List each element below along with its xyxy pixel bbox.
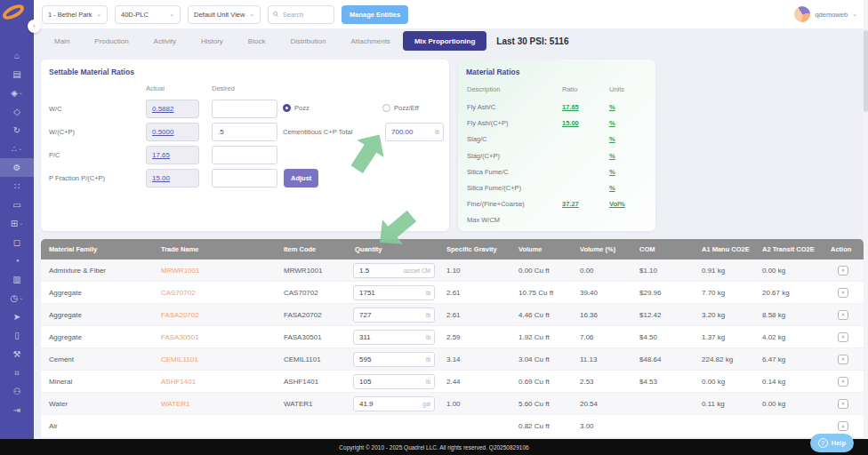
sidebar-item-mix-design[interactable]: ⚙ [0,158,34,177]
trade-name-link[interactable]: CEMIL1101 [161,355,198,363]
sidebar-item-user[interactable]: ⚇ [0,382,34,401]
sidebar-item-box[interactable]: ◻ [0,233,34,251]
help-button[interactable]: ? Help [810,434,854,452]
quantity-input[interactable] [359,289,426,297]
sidebar-item-notifications[interactable]: ◔ [0,251,34,270]
ratio-value-link[interactable]: 15.00 [562,119,579,127]
ratio-value-link[interactable]: 37.27 [562,200,579,208]
adjust-button[interactable]: Adjust [284,169,318,188]
tab-production[interactable]: Production [82,37,141,45]
pozz-radio[interactable]: Pozz [283,104,309,112]
sidebar-item-folder[interactable]: ▭ [0,196,34,214]
a1-manu-co2e: 0.00 kg [694,378,754,386]
help-label: Help [832,439,846,447]
trade-name-link[interactable]: FASA20702 [161,311,199,319]
sidebar-item-tools[interactable]: ⚒ [0,345,34,363]
sidebar-item-calculator[interactable]: ⊞⌄ [0,214,34,233]
sidebar-item-sign-out[interactable]: ⇥ [0,401,34,419]
remove-item-icon[interactable]: ✕ [838,332,848,342]
quantity-input[interactable] [359,400,422,408]
sidebar-item-history[interactable]: ◷⌄ [0,289,34,307]
sidebar-item-send[interactable]: ➤ [0,307,34,326]
tab-main[interactable]: Main [42,37,82,45]
ratio-units-link[interactable]: Vol% [609,200,625,208]
pozz-eff-radio[interactable]: Pozz/Eff [382,104,419,112]
scrollbar-thumb[interactable] [864,30,868,112]
material-family: Cement [41,355,153,363]
tab-history[interactable]: History [189,37,236,45]
desired-input[interactable] [212,169,277,188]
ratio-units-link[interactable]: % [609,152,615,160]
sidebar-expand-toggle[interactable]: › [28,20,41,33]
remove-item-icon[interactable]: ✕ [838,399,848,409]
remove-item-icon[interactable]: ✕ [838,288,848,298]
unit-view-select[interactable]: Default Unit View⌄ [188,5,261,24]
plant-select[interactable]: 1 - Bethel Park⌄ [42,5,108,24]
search-input[interactable] [283,11,329,19]
quantity-input[interactable] [359,355,426,363]
trade-name-link[interactable]: ASHF1401 [161,378,196,386]
quantity-input[interactable] [359,378,426,386]
quantity-input[interactable] [359,311,426,319]
tab-attachments[interactable]: Attachments [338,37,402,45]
desired-input[interactable] [212,146,277,164]
actual-value-link[interactable]: 15.00 [152,174,170,182]
ratio-units-link[interactable]: % [609,168,615,176]
volume-percent: 16.36 [572,311,631,319]
sidebar-item-cycle[interactable]: ↻ [0,121,34,140]
actual-value-link[interactable]: 0.5882 [152,105,173,113]
material-family: Water [41,400,153,408]
sidebar-item-network[interactable]: ∴⌄ [0,140,34,158]
materials-table: Material Family Trade Name Item Code Qua… [41,239,864,437]
network-icon: ∴ [12,144,17,154]
sidebar-item-badge[interactable]: ▯ [0,326,34,345]
sidebar-item-document[interactable]: ▤ [0,65,34,84]
ratio-units-link[interactable]: % [609,103,615,111]
volume-percent: 3.00 [572,422,631,430]
sidebar-item-layers[interactable]: ◇ [0,102,34,121]
remove-item-icon[interactable]: ✕ [838,355,848,364]
sidebar-item-analytics[interactable]: ▥ [0,270,34,289]
ratio-units-link[interactable]: % [609,119,615,127]
tab-mix-proportioning[interactable]: Mix Proportioning [403,31,486,51]
sidebar: ⌂ ▤ ◈⌄ ◇ ↻ ∴⌄ ⚙ ∷ ▭ ⊞⌄ ◻ ◔ ▥ ◷⌄ ➤ ▯ ⚒ ⌗ … [0,0,34,439]
ratio-units-link[interactable]: % [609,184,615,192]
trade-name-link[interactable]: CAS70702 [161,289,196,297]
com-value: $4.50 [631,333,694,341]
ratio-list-item: Fly Ash/C17.65% [458,100,655,116]
trade-name-link[interactable]: WATER1 [161,400,189,408]
ratio-units-link[interactable]: % [609,135,615,143]
cementitious-total-input[interactable] [391,128,435,136]
sidebar-item-nodes[interactable]: ∷ [0,177,34,196]
desired-input[interactable] [212,100,277,118]
remove-item-icon[interactable]: ✕ [838,377,848,387]
trade-name-link[interactable]: MRWR1001 [161,267,199,275]
trade-name-link[interactable]: FASA30501 [161,333,199,341]
quantity-field: lb [353,374,435,389]
nodes-icon: ∷ [14,181,20,191]
tab-activity[interactable]: Activity [141,37,189,45]
user-menu[interactable]: qdemoweb ⌄ [794,6,857,22]
mixer-icon: ⚙ [13,163,21,172]
sidebar-item-materials[interactable]: ◈⌄ [0,84,34,102]
actual-value-link[interactable]: 0.5000 [152,128,173,136]
pozz-radio-label: Pozz [294,104,309,112]
unit-label: lb [426,334,430,340]
remove-item-icon[interactable]: ✕ [838,421,848,431]
remove-item-icon[interactable]: ✕ [838,310,848,320]
sidebar-item-home[interactable]: ⌂ [0,46,34,65]
actual-value-link[interactable]: 17.65 [152,151,170,159]
sidebar-item-settings[interactable]: ⌗ [0,363,34,382]
quantity-input[interactable] [359,267,404,275]
device-select[interactable]: 40D-PLC⌄ [115,5,181,24]
remove-item-icon[interactable]: ✕ [838,266,848,275]
ratio-value-link[interactable]: 17.65 [562,103,579,111]
item-code: MRWR1001 [276,267,347,275]
manage-entities-button[interactable]: Manage Entities [342,5,408,24]
specific-gravity: 2.59 [438,333,510,341]
desired-input[interactable] [212,123,277,141]
tab-block[interactable]: Block [236,37,278,45]
quantity-input[interactable] [359,333,426,341]
tab-distribution[interactable]: Distribution [277,37,338,45]
actual-value-field: 0.5882 [146,100,199,118]
